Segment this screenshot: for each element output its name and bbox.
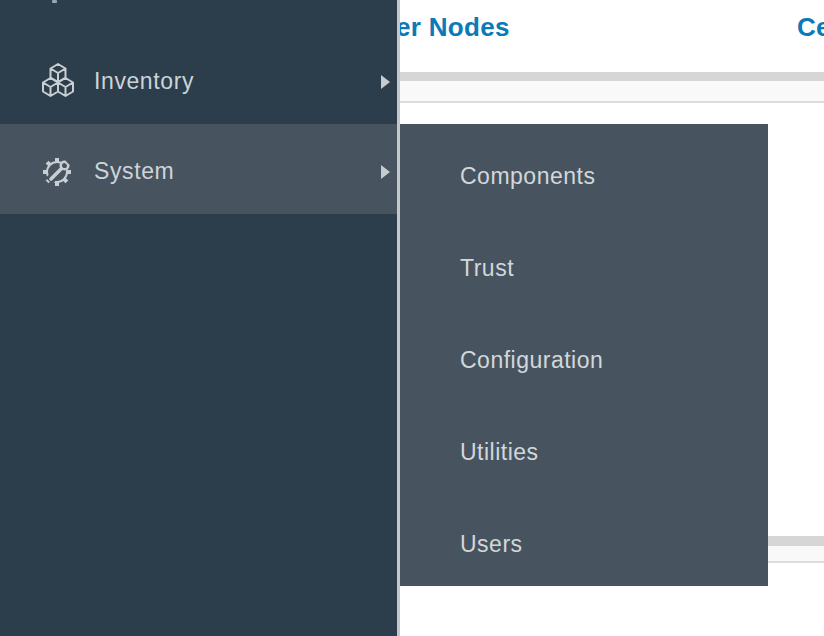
cubes-icon [40,63,76,99]
gear-wrench-icon [40,153,76,189]
sidebar-item-label: System [94,158,174,185]
submenu-item-trust[interactable]: Trust [400,222,768,314]
clipped-menu-icon [52,0,57,3]
system-submenu: Components Trust Configuration Utilities… [400,124,768,586]
submenu-item-configuration[interactable]: Configuration [400,314,768,406]
sidebar-item-label: Inventory [94,68,194,95]
submenu-expand-arrow-icon [381,165,390,179]
submenu-item-components[interactable]: Components [400,130,768,222]
submenu-expand-arrow-icon [381,75,390,89]
submenu-item-utilities[interactable]: Utilities [400,406,768,498]
table-subheader-band [397,81,824,103]
submenu-item-users[interactable]: Users [400,498,768,586]
sidebar-item-inventory[interactable]: Inventory [0,34,397,124]
page-title-right-fragment: Ce [797,12,824,43]
table-header-band [397,72,824,81]
page-title: er Nodes [396,12,510,43]
sidebar-item-system[interactable]: System [0,124,397,214]
sidebar: Inventory [0,0,397,636]
